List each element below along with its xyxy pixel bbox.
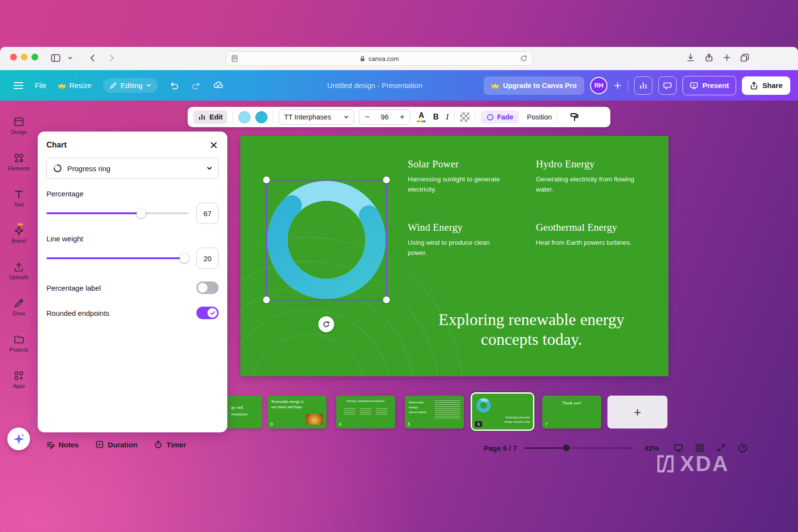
- sidebar-item-uploads[interactable]: Uploads: [9, 261, 29, 280]
- sidebar-toggle-icon[interactable]: [50, 53, 61, 63]
- chart-color-swatch-1[interactable]: [238, 111, 251, 123]
- resize-handle-top-right[interactable]: [383, 177, 390, 183]
- grid-view-icon[interactable]: [695, 443, 705, 453]
- font-selector[interactable]: TT Interphases: [279, 109, 354, 125]
- chart-color-swatch-2[interactable]: [255, 111, 267, 123]
- notes-button[interactable]: Notes: [46, 440, 79, 449]
- thumbnail-page-6-selected[interactable]: Exploring renewable energy concepts toda…: [472, 394, 533, 429]
- duration-button[interactable]: Duration: [95, 440, 138, 449]
- bold-button[interactable]: B: [433, 113, 439, 121]
- chart-type-dropdown[interactable]: Progress ring: [46, 158, 219, 179]
- sidebar-item-brand[interactable]: Brand: [12, 225, 26, 244]
- notes-icon: [46, 440, 55, 449]
- card-wind[interactable]: Wind Energy Using wind to produce clean …: [408, 222, 504, 258]
- divider: [454, 111, 455, 123]
- tabs-overview-icon[interactable]: [740, 53, 750, 62]
- address-bar[interactable]: canva.com: [226, 51, 532, 66]
- refresh-icon[interactable]: [520, 55, 528, 62]
- slider-thumb[interactable]: [180, 254, 189, 263]
- redo-icon[interactable]: [191, 80, 201, 90]
- design-title[interactable]: Untitled design - Presentation: [271, 70, 479, 101]
- download-icon[interactable]: [686, 53, 695, 62]
- sidebar-item-draw[interactable]: Draw: [13, 297, 25, 316]
- present-view-icon[interactable]: [673, 443, 683, 453]
- sidebar-item-projects[interactable]: Projects: [9, 334, 29, 353]
- insights-button[interactable]: [634, 76, 652, 95]
- new-tab-icon[interactable]: [723, 53, 731, 62]
- add-member-icon[interactable]: [613, 81, 622, 90]
- thumbnail-page-5[interactable]: Renewable energy advancement 5: [405, 396, 464, 429]
- chevron-down-icon: [146, 83, 151, 88]
- thumb-table: [360, 408, 371, 416]
- chevron-down-icon[interactable]: [68, 56, 73, 60]
- card-geothermal[interactable]: Geothermal Energy Heat from Earth powers…: [536, 222, 654, 248]
- back-button[interactable]: [88, 53, 98, 63]
- duration-icon: [95, 440, 104, 449]
- zoom-slider-fill: [525, 447, 566, 449]
- line-weight-slider[interactable]: [46, 257, 189, 259]
- reader-icon[interactable]: [231, 55, 238, 62]
- timer-button[interactable]: Timer: [154, 440, 186, 449]
- sidebar-item-apps[interactable]: Apps: [13, 370, 25, 389]
- menu-icon[interactable]: [14, 80, 23, 91]
- card-hydro[interactable]: Hydro Energy Generating electricity from…: [536, 158, 652, 195]
- forward-button[interactable]: [106, 53, 116, 63]
- resize-button[interactable]: Resize: [58, 81, 91, 89]
- resize-handle-bottom-right[interactable]: [383, 296, 390, 303]
- copy-style-icon[interactable]: [570, 112, 579, 122]
- percentage-label-toggle[interactable]: [196, 281, 219, 294]
- slide-headline[interactable]: Exploring renewable energy concepts toda…: [418, 310, 645, 350]
- transparency-button[interactable]: [460, 112, 470, 122]
- zoom-slider[interactable]: [525, 447, 634, 449]
- thumbnail-page-7[interactable]: Thank you! 7: [542, 396, 601, 429]
- selection-box[interactable]: [266, 179, 387, 300]
- font-size-decrease-button[interactable]: −: [359, 113, 375, 121]
- present-button[interactable]: Present: [682, 76, 736, 95]
- browser-chrome: canva.com: [0, 47, 798, 71]
- close-window-button[interactable]: [10, 54, 17, 60]
- italic-button[interactable]: I: [446, 112, 449, 122]
- help-icon[interactable]: ?: [738, 443, 748, 453]
- bar-chart-icon: [639, 81, 648, 90]
- line-weight-input[interactable]: 20: [196, 248, 219, 269]
- sidebar-item-text[interactable]: Text: [13, 189, 25, 207]
- card-solar[interactable]: Solar Power Harnessing sunlight to gener…: [408, 158, 512, 195]
- rotate-handle[interactable]: [318, 316, 334, 332]
- zoom-window-button[interactable]: [31, 54, 38, 60]
- editing-mode-selector[interactable]: Editing: [103, 78, 158, 93]
- progress-ring-chart[interactable]: [267, 180, 386, 299]
- edit-chart-button[interactable]: Edit: [193, 110, 227, 124]
- close-icon[interactable]: [209, 140, 219, 150]
- animate-fade-button[interactable]: Fade: [481, 110, 519, 124]
- font-size-value[interactable]: 96: [375, 113, 394, 121]
- percentage-slider[interactable]: [46, 212, 189, 214]
- sidebar-item-design[interactable]: Design: [11, 116, 27, 135]
- position-button[interactable]: Position: [527, 113, 552, 121]
- upgrade-button[interactable]: Upgrade to Canva Pro: [484, 76, 584, 95]
- share-button[interactable]: Share: [742, 76, 790, 95]
- fullscreen-icon[interactable]: [716, 443, 726, 453]
- file-menu[interactable]: File: [35, 81, 46, 89]
- font-size-increase-button[interactable]: +: [394, 113, 410, 121]
- minimize-window-button[interactable]: [21, 54, 28, 60]
- add-page-button[interactable]: +: [607, 396, 667, 429]
- thumbnail-page-4[interactable]: Energy consumption statistics 4: [336, 396, 395, 429]
- resize-handle-bottom-left[interactable]: [263, 296, 270, 303]
- share-sheet-icon[interactable]: [704, 53, 714, 62]
- undo-icon[interactable]: [169, 80, 179, 90]
- canva-assistant-button[interactable]: [7, 428, 30, 450]
- draw-icon: [13, 297, 25, 309]
- zoom-slider-thumb[interactable]: [563, 444, 570, 451]
- text-color-button[interactable]: A: [417, 112, 426, 122]
- comments-button[interactable]: [658, 76, 677, 95]
- sidebar-item-elements[interactable]: Elements: [8, 152, 30, 171]
- pencil-icon: [109, 82, 117, 89]
- percentage-input[interactable]: 67: [196, 203, 219, 224]
- thumbnail-page-3[interactable]: Renewable energy is our future and hope.…: [267, 396, 326, 429]
- window-controls: [10, 54, 38, 60]
- slider-thumb[interactable]: [136, 209, 146, 218]
- side-nav: Design Elements Text Brand Uploads Draw …: [5, 116, 33, 389]
- rounded-endpoints-toggle[interactable]: [196, 307, 219, 319]
- resize-handle-top-left[interactable]: [263, 177, 270, 183]
- avatar[interactable]: RH: [590, 77, 607, 94]
